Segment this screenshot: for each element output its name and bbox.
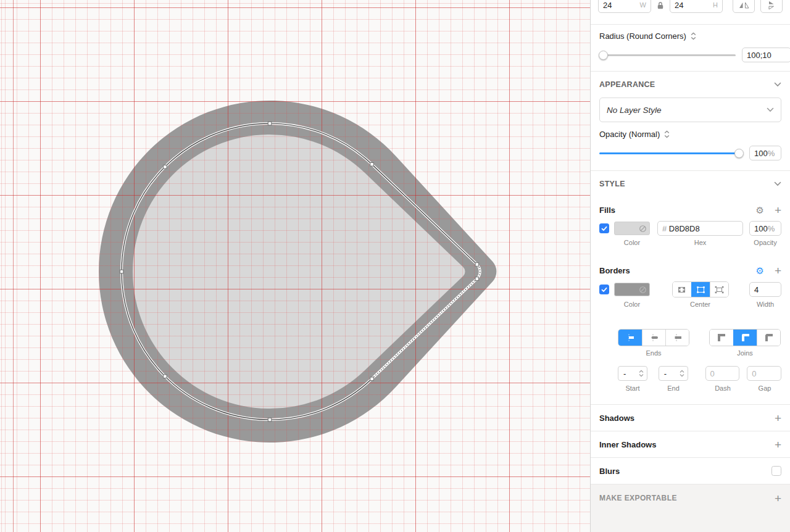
borders-settings-gear-icon[interactable]: ⚙ (755, 266, 763, 275)
vector-path-outline[interactable] (122, 123, 477, 420)
fill-opacity-unit: % (768, 224, 775, 233)
fill-hex-value: D8D8D8 (669, 224, 700, 233)
dash-field[interactable]: 0 (705, 366, 740, 381)
fill-hex-field[interactable]: # D8D8D8 (657, 221, 743, 236)
dash-label: Dash (705, 384, 740, 392)
fill-opacity-field[interactable]: 100% (749, 221, 781, 236)
blur-enabled-checkbox[interactable] (771, 466, 781, 476)
vector-point-handle[interactable] (370, 377, 374, 381)
line-ends-segmented-control (618, 329, 689, 346)
join-round-button[interactable] (733, 330, 757, 346)
opacity-value-field[interactable]: 100% (749, 146, 781, 160)
opacity-slider-knob[interactable] (734, 149, 744, 158)
fill-color-label: Color (614, 239, 650, 246)
shadows-title: Shadows (599, 414, 775, 423)
start-label: Start (618, 384, 647, 392)
add-border-icon[interactable]: + (775, 265, 781, 276)
border-enabled-checkbox[interactable] (599, 285, 609, 294)
make-exportable-section: MAKE EXPORTABLE + (591, 484, 790, 532)
checkmark-icon (601, 287, 607, 293)
border-position-outside-button[interactable] (710, 282, 728, 297)
height-unit-label: H (713, 1, 718, 9)
vector-point-handle[interactable] (164, 375, 167, 378)
height-field[interactable]: 24 H (670, 0, 723, 13)
border-color-swatch[interactable] (614, 283, 650, 296)
border-position-center-button[interactable] (691, 282, 710, 297)
flip-vertical-button[interactable] (760, 0, 783, 13)
vector-point-handle[interactable] (475, 277, 479, 281)
radius-value-field[interactable]: 100;10 (742, 48, 790, 62)
gap-value: 0 (752, 369, 756, 378)
radius-stepper-icon[interactable] (691, 32, 696, 40)
no-style-slash-icon (639, 286, 647, 294)
opacity-value: 100 (754, 149, 768, 158)
fill-hex-label: Hex (657, 239, 743, 246)
make-exportable-title: MAKE EXPORTABLE (599, 494, 775, 502)
width-field[interactable]: 24 W (598, 0, 651, 13)
fill-enabled-checkbox[interactable] (599, 223, 609, 233)
border-color-label: Color (614, 301, 650, 308)
border-width-label: Width (749, 301, 781, 308)
no-style-slash-icon (639, 225, 647, 233)
fill-opacity-label: Opacity (749, 239, 781, 246)
layer-style-dropdown[interactable]: No Layer Style (599, 98, 781, 122)
fills-title: Fills (599, 206, 755, 215)
ends-label: Ends (618, 349, 689, 357)
border-width-field[interactable]: 4 (749, 282, 781, 297)
border-position-inside-button[interactable] (673, 282, 691, 297)
cap-square-button[interactable] (665, 330, 689, 346)
layer-style-chevron-icon (767, 107, 774, 112)
join-miter-button[interactable] (710, 330, 733, 346)
vector-point-handle[interactable] (268, 418, 272, 422)
vector-selection-overlay (0, 0, 590, 532)
style-section: STYLE Fills ⚙ + (591, 171, 790, 405)
fills-settings-gear-icon[interactable]: ⚙ (755, 206, 763, 215)
appearance-section: APPEARANCE No Layer Style Opacity (Norma… (591, 72, 790, 171)
inner-shadows-title: Inner Shadows (599, 440, 775, 449)
opacity-label: Opacity (Normal) (599, 130, 660, 139)
width-value: 24 (603, 1, 612, 10)
add-export-icon[interactable]: + (775, 493, 781, 504)
border-width-value: 4 (754, 285, 759, 294)
opacity-slider[interactable] (599, 152, 743, 154)
appearance-collapse-chevron-icon[interactable] (774, 82, 781, 87)
gap-label: Gap (747, 384, 782, 392)
vector-point-handle[interactable] (475, 263, 479, 267)
style-header: STYLE (599, 180, 774, 188)
blurs-title: Blurs (599, 467, 771, 476)
opacity-unit: % (768, 149, 775, 158)
join-bevel-button[interactable] (757, 330, 780, 346)
arrow-start-select[interactable]: - (618, 366, 647, 381)
lock-aspect-icon[interactable] (657, 1, 664, 10)
radius-slider-knob[interactable] (599, 51, 608, 60)
vector-path-dotted-segment[interactable] (372, 264, 480, 378)
vector-point-handle[interactable] (268, 122, 272, 125)
select-stepper-icon (639, 370, 644, 377)
radius-slider[interactable] (599, 54, 736, 56)
cap-butt-button[interactable] (618, 330, 642, 346)
end-label: End (659, 384, 688, 392)
vector-point-handle[interactable] (120, 270, 123, 273)
layer-style-value: No Layer Style (607, 106, 662, 115)
fill-color-swatch[interactable] (614, 222, 650, 235)
flip-horizontal-button[interactable] (733, 0, 755, 13)
flip-horizontal-icon (739, 1, 749, 9)
add-shadow-icon[interactable]: + (775, 412, 781, 424)
arrow-end-select[interactable]: - (659, 366, 688, 381)
style-collapse-chevron-icon[interactable] (774, 181, 781, 186)
vector-path-halo (122, 123, 480, 420)
inner-shadows-row: Inner Shadows + (591, 431, 790, 458)
flip-vertical-icon (767, 1, 777, 9)
add-inner-shadow-icon[interactable]: + (775, 439, 781, 451)
vector-point-handle[interactable] (164, 165, 167, 169)
vector-point-handle[interactable] (370, 163, 374, 167)
add-fill-icon[interactable]: + (775, 204, 781, 216)
gap-field[interactable]: 0 (747, 366, 781, 381)
border-position-label: Center (657, 301, 743, 308)
canvas[interactable] (0, 0, 590, 532)
size-controls: 24 W 24 H (591, 0, 790, 25)
inspector-panel: 24 W 24 H (590, 0, 790, 532)
opacity-stepper-icon[interactable] (664, 130, 670, 138)
cap-round-button[interactable] (642, 330, 665, 346)
app-window: 24 W 24 H (0, 0, 790, 532)
